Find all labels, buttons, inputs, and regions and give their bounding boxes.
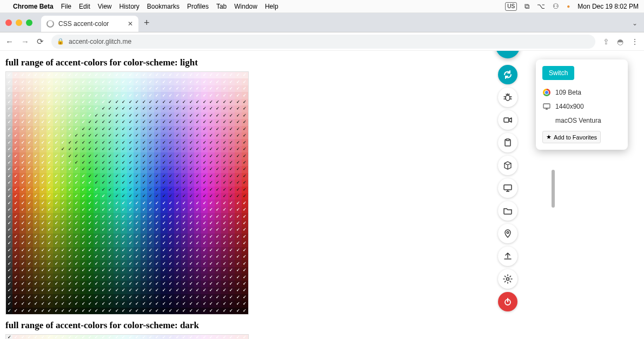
reload-button[interactable]: ⟳ xyxy=(37,37,44,46)
display-button[interactable] xyxy=(498,178,517,198)
lock-icon[interactable]: 🔒 xyxy=(57,38,64,45)
forward-button[interactable]: → xyxy=(21,37,29,46)
accent-swatch: ✓ xyxy=(127,173,134,180)
menu-edit[interactable]: Edit xyxy=(79,3,90,10)
collapse-toolbar-button[interactable] xyxy=(496,51,520,58)
accent-swatch: ✓ xyxy=(221,119,228,125)
upload-button[interactable] xyxy=(498,247,517,266)
menu-file[interactable]: File xyxy=(61,3,71,10)
accent-swatch: ✓ xyxy=(60,99,67,105)
accent-swatch: ✓ xyxy=(174,287,181,294)
accent-swatch: ✓ xyxy=(242,126,248,132)
accent-swatch: ✓ xyxy=(188,187,194,193)
settings-button[interactable] xyxy=(498,269,517,289)
location-button[interactable] xyxy=(498,224,517,243)
close-window-button[interactable] xyxy=(5,19,12,26)
accent-swatch: ✓ xyxy=(127,234,134,240)
accent-swatch: ✓ xyxy=(168,193,174,200)
menu-tab[interactable]: Tab xyxy=(216,3,227,10)
user-menu-icon[interactable]: ⚇ xyxy=(553,2,559,10)
accent-swatch: ✓ xyxy=(87,207,93,213)
accent-swatch: ✓ xyxy=(188,274,194,280)
clock[interactable]: Mon Dec 19 8:02 PM xyxy=(577,3,639,10)
accent-swatch: ✓ xyxy=(107,105,114,112)
accent-swatch: ✓ xyxy=(87,119,93,125)
accent-swatch: ✓ xyxy=(60,287,67,294)
clipboard-button[interactable] xyxy=(498,133,517,152)
accent-swatch: ✓ xyxy=(201,112,208,119)
accent-swatch: ✓ xyxy=(6,308,12,314)
accent-swatch: ✓ xyxy=(53,180,59,186)
accent-swatch: ✓ xyxy=(6,220,12,227)
menu-help[interactable]: Help xyxy=(265,3,278,10)
input-lang-indicator[interactable]: US xyxy=(505,2,517,11)
accent-swatch: ✓ xyxy=(215,105,221,112)
accent-swatch: ✓ xyxy=(141,119,147,125)
menu-view[interactable]: View xyxy=(98,3,112,10)
accent-swatch: ✓ xyxy=(47,287,53,294)
accent-swatch: ✓ xyxy=(26,267,32,274)
sync-button[interactable] xyxy=(498,65,517,84)
accent-swatch: ✓ xyxy=(147,267,154,274)
accent-swatch: ✓ xyxy=(228,240,235,247)
accent-swatch: ✓ xyxy=(168,207,174,213)
accent-swatch: ✓ xyxy=(19,287,26,294)
accent-swatch: ✓ xyxy=(242,200,248,206)
layout-icon[interactable]: ⧉ xyxy=(525,2,529,11)
accent-swatch: ✓ xyxy=(188,220,194,227)
accent-swatch: ✓ xyxy=(67,166,73,172)
accent-swatch: ✓ xyxy=(53,105,59,112)
accent-swatch: ✓ xyxy=(114,166,120,172)
tabs-dropdown-button[interactable]: ⌄ xyxy=(632,19,638,27)
accent-swatch: ✓ xyxy=(174,193,181,200)
accent-swatch: ✓ xyxy=(194,193,201,200)
new-tab-button[interactable]: + xyxy=(144,17,150,29)
profile-button[interactable]: ◓ xyxy=(617,37,623,46)
accent-swatch: ✓ xyxy=(228,99,235,105)
accent-swatch: ✓ xyxy=(235,159,241,166)
accent-swatch: ✓ xyxy=(121,227,127,233)
accent-swatch: ✓ xyxy=(161,220,167,227)
close-tab-button[interactable]: ✕ xyxy=(128,20,133,28)
accent-swatch: ✓ xyxy=(235,146,241,152)
bug-report-button[interactable] xyxy=(498,88,517,107)
menu-profiles[interactable]: Profiles xyxy=(187,3,209,10)
accent-swatch: ✓ xyxy=(134,274,140,280)
address-bar[interactable]: 🔒 accent-color.glitch.me xyxy=(51,35,595,49)
cube-button[interactable] xyxy=(498,156,517,175)
accent-swatch: ✓ xyxy=(161,247,167,254)
accent-swatch: ✓ xyxy=(33,287,39,294)
menu-history[interactable]: History xyxy=(119,3,140,10)
back-button[interactable]: ← xyxy=(5,37,14,46)
accent-swatch: ✓ xyxy=(215,85,221,92)
record-video-button[interactable] xyxy=(498,110,517,130)
add-to-favorites-button[interactable]: ★ Add to Favorites xyxy=(542,131,601,143)
accent-swatch: ✓ xyxy=(154,92,161,98)
accent-swatch: ✓ xyxy=(201,78,208,85)
switch-icon[interactable]: ⌥ xyxy=(537,2,545,10)
accent-swatch: ✓ xyxy=(228,112,235,119)
accent-swatch: ✓ xyxy=(39,152,46,159)
menu-window[interactable]: Window xyxy=(234,3,257,10)
stop-session-button[interactable] xyxy=(498,292,517,311)
folder-button[interactable] xyxy=(498,201,517,221)
accent-swatch: ✓ xyxy=(107,193,114,200)
overlay-scrollbar[interactable] xyxy=(552,170,555,208)
maximize-window-button[interactable] xyxy=(26,19,32,26)
switch-button[interactable]: Switch xyxy=(542,66,574,80)
accent-swatch: ✓ xyxy=(47,220,53,227)
accent-swatch: ✓ xyxy=(208,166,214,172)
accent-swatch: ✓ xyxy=(221,335,228,339)
minimize-window-button[interactable] xyxy=(16,19,22,26)
browser-tab[interactable]: CSS accent-color ✕ xyxy=(41,16,138,32)
accent-swatch: ✓ xyxy=(215,72,221,78)
favicon-icon xyxy=(47,20,54,28)
accent-swatch: ✓ xyxy=(26,187,32,193)
share-button[interactable]: ⇪ xyxy=(603,37,609,46)
accent-swatch: ✓ xyxy=(161,126,167,132)
app-name[interactable]: Chrome Beta xyxy=(13,3,54,10)
chrome-menu-button[interactable]: ⋮ xyxy=(631,37,639,46)
accent-swatch: ✓ xyxy=(194,105,201,112)
accent-swatch: ✓ xyxy=(161,260,167,267)
menu-bookmarks[interactable]: Bookmarks xyxy=(147,3,180,10)
